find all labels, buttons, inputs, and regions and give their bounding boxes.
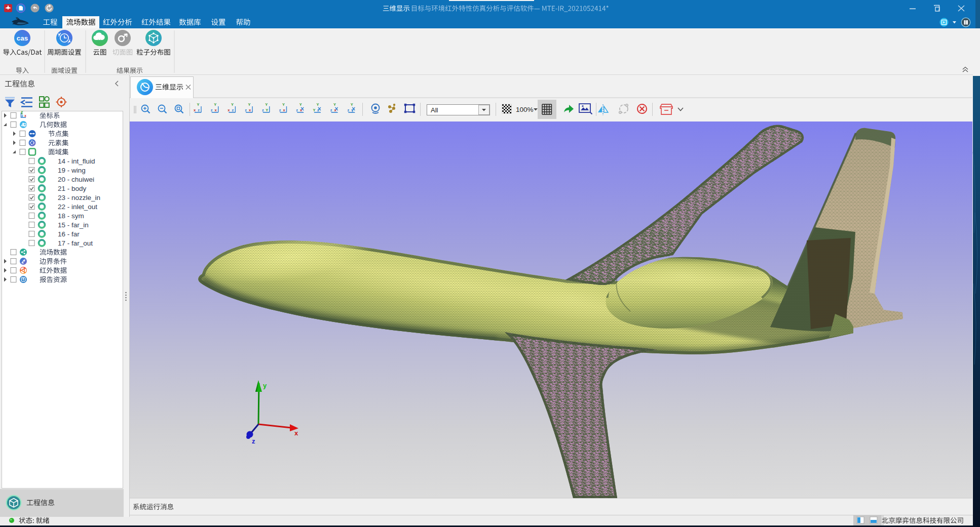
svg-text:Y: Y <box>282 102 285 107</box>
svg-text:16 - far: 16 - far <box>58 230 80 238</box>
svg-text:z: z <box>347 108 349 112</box>
svg-text:15 - far_in: 15 - far_in <box>58 221 89 229</box>
svg-text:All: All <box>431 106 438 114</box>
svg-text:14 - int_fluid: 14 - int_fluid <box>58 157 95 165</box>
svg-text:100%: 100% <box>516 106 534 113</box>
svg-text:Y: Y <box>351 102 353 107</box>
svg-text:Y: Y <box>265 102 268 107</box>
svg-text:17 - far_out: 17 - far_out <box>58 239 93 247</box>
svg-text:z: z <box>245 108 247 112</box>
svg-text:z: z <box>198 108 200 112</box>
svg-text:z: z <box>317 108 319 112</box>
svg-text:z: z <box>330 108 332 112</box>
svg-text:20 - chuiwei: 20 - chuiwei <box>58 176 94 183</box>
svg-text:Y: Y <box>21 110 23 114</box>
svg-text:Y: Y <box>313 108 315 112</box>
svg-text:22 - inlet_out: 22 - inlet_out <box>58 203 97 211</box>
svg-text:y: y <box>263 382 267 389</box>
svg-text:z: z <box>252 437 255 445</box>
svg-text:Y: Y <box>197 102 199 107</box>
svg-text:x: x <box>294 429 298 437</box>
svg-text:z: z <box>211 108 213 112</box>
svg-text:Y: Y <box>333 102 336 107</box>
svg-text:z: z <box>296 108 298 112</box>
svg-text:23 - nozzle_in: 23 - nozzle_in <box>58 194 100 201</box>
svg-text:Y: Y <box>266 108 268 112</box>
svg-text:z: z <box>279 108 281 112</box>
svg-text:Y: Y <box>248 102 251 107</box>
svg-text:cas: cas <box>17 34 28 42</box>
svg-text:z: z <box>262 108 264 112</box>
svg-text:x: x <box>24 114 26 117</box>
svg-text:Y: Y <box>299 102 302 107</box>
svg-text:18 - sym: 18 - sym <box>58 212 84 220</box>
svg-text:Y: Y <box>231 102 234 107</box>
svg-text:Y: Y <box>214 102 216 107</box>
svg-text:z: z <box>232 108 234 112</box>
svg-text:21 - body: 21 - body <box>58 185 87 192</box>
svg-text:19 - wing: 19 - wing <box>58 167 86 174</box>
svg-text:Y: Y <box>316 102 319 107</box>
